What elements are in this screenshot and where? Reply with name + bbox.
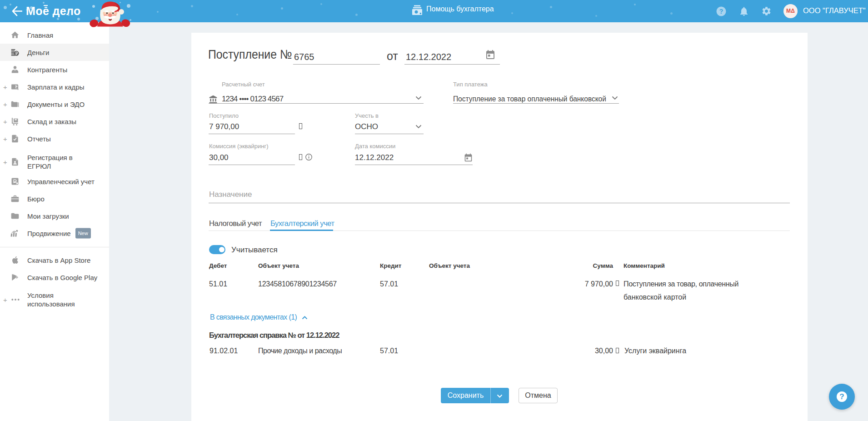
svg-text:?: ? [719, 8, 723, 15]
